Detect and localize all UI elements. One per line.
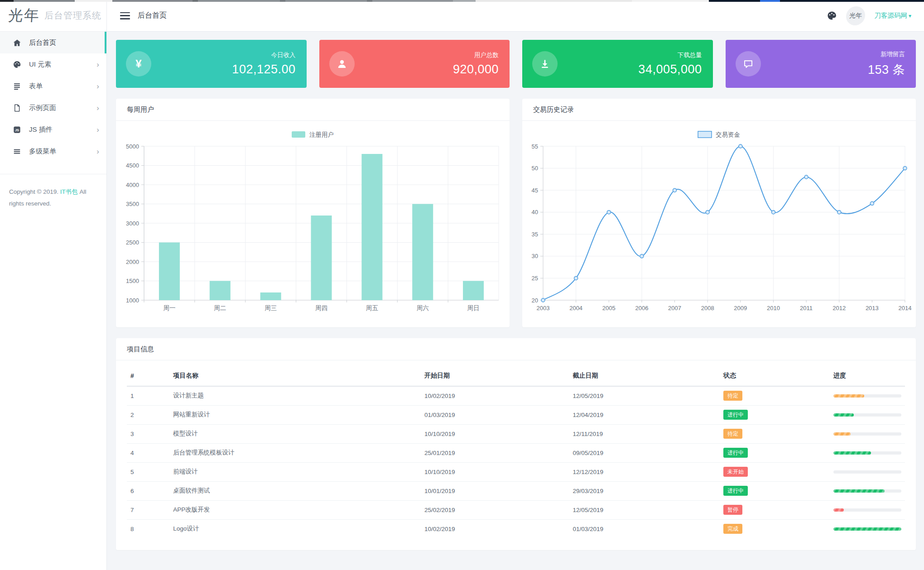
stat-card-3: 新增留言153 条 xyxy=(726,40,916,88)
transaction-history-panel: 交易历史记录 202530354045505520032004200520062… xyxy=(522,99,916,327)
copyright-text: Copyright © 2019. xyxy=(9,188,58,195)
chevron-right-icon: › xyxy=(96,104,99,112)
top-header: 后台首页 光年 刀客源码网▾ xyxy=(107,0,924,32)
theme-palette-icon[interactable] xyxy=(827,10,837,21)
sidebar-item-3[interactable]: 示例页面› xyxy=(0,97,106,119)
svg-text:JS: JS xyxy=(15,128,19,132)
svg-text:注册用户: 注册用户 xyxy=(309,131,334,138)
end-date: 12/12/2019 xyxy=(569,462,720,481)
progress-bar xyxy=(833,489,901,493)
svg-text:2003: 2003 xyxy=(537,305,550,311)
bar-legend[interactable]: 注册用户 xyxy=(292,131,334,138)
stat-card-value: 102,125.00 xyxy=(232,62,295,77)
start-date: 10/01/2019 xyxy=(421,481,569,500)
svg-text:2004: 2004 xyxy=(569,305,582,311)
transaction-history-line-chart: 2025303540455055200320042005200620072008… xyxy=(522,121,916,327)
stat-card-title: 用户总数 xyxy=(453,51,499,59)
logo-title: 后台管理系统 xyxy=(44,10,101,22)
download-icon xyxy=(532,51,558,77)
status-badge: 进行中 xyxy=(723,486,748,496)
svg-text:2011: 2011 xyxy=(800,305,813,311)
sidebar-item-label: UI 元素 xyxy=(29,60,96,69)
svg-text:35: 35 xyxy=(532,231,538,238)
stat-card-0: ¥今日收入102,125.00 xyxy=(116,40,307,88)
copyright: Copyright © 2019. IT书包 All rights reserv… xyxy=(0,174,106,210)
menu-toggle-icon[interactable] xyxy=(120,12,130,19)
sidebar-item-0[interactable]: 后台首页 xyxy=(0,32,106,53)
project-name: 前端设计 xyxy=(169,462,421,481)
project-name: 后台管理系统模板设计 xyxy=(169,443,421,462)
start-date: 10/10/2019 xyxy=(421,462,569,481)
stat-cards-row: ¥今日收入102,125.00用户总数920,000下载总量34,005,000… xyxy=(116,40,916,88)
project-name: APP改版开发 xyxy=(169,500,421,519)
project-name: 模型设计 xyxy=(169,424,421,443)
page-icon xyxy=(13,104,21,112)
stat-card-1: 用户总数920,000 xyxy=(319,40,510,88)
table-row: 3模型设计10/10/201912/11/2019待定 xyxy=(127,424,905,443)
svg-text:周日: 周日 xyxy=(467,305,480,311)
logo-mark: 光年 xyxy=(7,5,40,26)
progress-bar xyxy=(833,432,901,436)
svg-text:4500: 4500 xyxy=(126,162,139,169)
svg-text:周五: 周五 xyxy=(366,305,379,311)
progress-bar xyxy=(833,394,901,398)
status-badge: 暂停 xyxy=(723,505,742,515)
sidebar-item-2[interactable]: 表单› xyxy=(0,75,106,97)
svg-text:周二: 周二 xyxy=(214,305,226,311)
progress-fill xyxy=(833,432,851,436)
charts-row: 每周用户 10001500200025003000350040004500500… xyxy=(116,99,916,327)
svg-text:2010: 2010 xyxy=(767,305,780,311)
col-header-0: # xyxy=(127,365,169,386)
username: 刀客源码网 xyxy=(874,12,907,19)
palette-icon xyxy=(13,60,21,69)
row-index: 7 xyxy=(127,500,169,519)
row-index: 5 xyxy=(127,462,169,481)
stat-card-value: 34,005,000 xyxy=(638,62,702,77)
weekly-users-bar-chart: 100015002000250030003500400045005000周一周二… xyxy=(116,121,510,327)
end-date: 09/05/2019 xyxy=(569,443,720,462)
svg-text:2009: 2009 xyxy=(734,305,747,311)
stat-card-text: 下载总量34,005,000 xyxy=(638,51,702,77)
project-name: 网站重新设计 xyxy=(169,405,421,424)
weekly-users-panel: 每周用户 10001500200025003000350040004500500… xyxy=(116,99,510,327)
user-dropdown[interactable]: 刀客源码网▾ xyxy=(874,11,911,20)
copyright-link[interactable]: IT书包 xyxy=(60,188,78,195)
progress-bar xyxy=(833,508,901,512)
svg-text:2008: 2008 xyxy=(701,305,714,311)
stat-card-2: 下载总量34,005,000 xyxy=(522,40,713,88)
svg-text:2000: 2000 xyxy=(126,259,139,265)
chevron-right-icon: › xyxy=(96,61,99,68)
sidebar-item-4[interactable]: JSJS 插件› xyxy=(0,119,106,140)
svg-text:1000: 1000 xyxy=(126,297,139,304)
table-row: 7APP改版开发25/02/201912/05/2019暂停 xyxy=(127,500,905,519)
stat-card-text: 新增留言153 条 xyxy=(868,50,905,78)
stat-card-title: 新增留言 xyxy=(868,50,905,58)
svg-text:周四: 周四 xyxy=(315,305,327,311)
status-badge: 进行中 xyxy=(723,410,748,420)
chevron-right-icon: › xyxy=(96,82,99,90)
row-index: 6 xyxy=(127,481,169,500)
svg-text:交易资金: 交易资金 xyxy=(716,131,740,138)
start-date: 10/02/2019 xyxy=(421,386,569,405)
stat-card-text: 用户总数920,000 xyxy=(453,51,499,77)
end-date: 12/11/2019 xyxy=(569,424,720,443)
table-row: 2网站重新设计01/03/201912/04/2019进行中 xyxy=(127,405,905,424)
panel-title-transaction-history: 交易历史记录 xyxy=(522,99,916,121)
table-row: 6桌面软件测试10/01/201929/03/2019进行中 xyxy=(127,481,905,500)
svg-text:40: 40 xyxy=(532,209,538,216)
caret-down-icon: ▾ xyxy=(909,13,911,19)
svg-text:30: 30 xyxy=(532,253,538,259)
start-date: 10/02/2019 xyxy=(421,519,569,538)
start-date: 01/03/2019 xyxy=(421,405,569,424)
line-legend[interactable]: 交易资金 xyxy=(698,131,740,138)
sidebar-item-5[interactable]: 多级菜单› xyxy=(0,140,106,162)
user-avatar[interactable]: 光年 xyxy=(846,6,866,25)
col-header-4: 状态 xyxy=(720,365,830,386)
col-header-2: 开始日期 xyxy=(421,365,569,386)
progress-bar xyxy=(833,470,901,474)
svg-text:20: 20 xyxy=(532,297,538,304)
col-header-1: 项目名称 xyxy=(169,365,421,386)
status-badge: 完成 xyxy=(723,524,742,534)
yen-icon: ¥ xyxy=(126,51,151,77)
sidebar-item-1[interactable]: UI 元素› xyxy=(0,53,106,75)
